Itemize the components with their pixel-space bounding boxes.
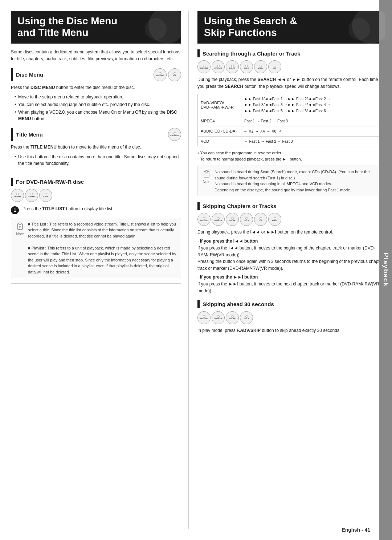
dvd-note-text: ■ Title List : Title refers to a recorde… bbox=[28, 221, 177, 275]
skip-header: Skipping Chapters or Tracks bbox=[197, 202, 385, 210]
icon-sk-cd: CD bbox=[254, 213, 267, 226]
left-title-box: Using the Disc Menu and Title Menu bbox=[11, 11, 181, 44]
note-label: Note bbox=[16, 232, 24, 236]
skip30-title: Skipping ahead 30 seconds bbox=[203, 301, 274, 307]
table-cell-label-3: AUDIO CD (CD-DA) bbox=[198, 126, 241, 136]
icon-s-dvd-video: DVD-VIDEO bbox=[197, 60, 211, 73]
header-bar bbox=[11, 68, 13, 81]
left-column: Using the Disc Menu and Title Menu Some … bbox=[11, 11, 189, 529]
disc-menu-bullets: Move to the setup menu related to playba… bbox=[11, 94, 181, 122]
table-row-dvd: DVD-VIDEO/DVD-RAM/-RW/-R ►► Fast 1/◄◄Fas… bbox=[198, 94, 385, 116]
note-icon bbox=[15, 221, 25, 231]
table-cell-label-1: DVD-VIDEO/DVD-RAM/-RW/-R bbox=[198, 94, 241, 116]
header-bar-5 bbox=[197, 202, 200, 210]
dvd-disc-icons: DVD-RAM DVD-RW DVD-R bbox=[11, 189, 181, 202]
disc-menu-body: Press the DISC MENU button to enter the … bbox=[11, 84, 181, 91]
table-cell-label-4: VCD bbox=[198, 136, 241, 146]
dvd-note-box: Note ■ Title List : Title refers to a re… bbox=[11, 218, 181, 279]
right-title: Using the Search & Skip Functions bbox=[204, 15, 378, 38]
skip-next-label: · If you press the ►►I button bbox=[197, 275, 385, 280]
search-header: Searching through a Chapter or Track bbox=[197, 49, 385, 57]
search-note-text: No sound is heard during Scan (Search) m… bbox=[215, 169, 381, 193]
header-bar-2 bbox=[11, 128, 13, 141]
footer: English - 41 bbox=[342, 527, 370, 533]
step-1-row: 1 Press the TITLE LIST button to display… bbox=[11, 206, 181, 214]
skip-section: Skipping Chapters or Tracks DVD-VIDEO DV… bbox=[197, 202, 385, 294]
search-icons: DVD-VIDEO DVD-RAM DVD-RW DVD-R MPEG4 VCD bbox=[197, 60, 385, 73]
icon-sk-dvd-video: DVD-VIDEO bbox=[197, 213, 211, 226]
search-body: During the playback, press the SEARCH ◄◄… bbox=[197, 76, 385, 90]
search-note-icon bbox=[201, 169, 212, 179]
icon-s-dvd-ram: DVD-RAM bbox=[212, 60, 225, 73]
icon-dvd-video: DVD-VIDEO bbox=[154, 68, 167, 81]
right-title-box: Using the Search & Skip Functions bbox=[197, 11, 385, 44]
table-cell-value-1: ►► Fast 1/◄◄Fast 1 →►► Fast 2/◄◄Fast 2 →… bbox=[241, 94, 385, 116]
table-row-vcd: VCD → Fast 1 → Fast 2 → Fast 3 bbox=[198, 136, 385, 146]
skip-title: Skipping Chapters or Tracks bbox=[203, 203, 276, 209]
icon-vcd: VCD bbox=[168, 68, 181, 81]
table-cell-label-2: MPEG4 bbox=[198, 116, 241, 126]
header-bar-6 bbox=[197, 300, 200, 308]
disc-menu-bullet-3: When playing a VCD2.0, you can choose Me… bbox=[15, 109, 181, 122]
icon-s-dvd-r: DVD-R bbox=[240, 60, 253, 73]
skip-prev-label: · If you press the I◄◄ button bbox=[197, 239, 385, 244]
icon-dvd-ram: DVD-RAM bbox=[11, 189, 24, 202]
icon-s-mpeg4: MPEG4 bbox=[254, 60, 267, 73]
step-1-text: Press the TITLE LIST button to display t… bbox=[23, 206, 114, 212]
icon-sk-dvd-rw: DVD-RW bbox=[226, 213, 239, 226]
left-intro: Some discs contain a dedicated menu syst… bbox=[11, 49, 181, 62]
title-menu-icons: DVD-VIDEO bbox=[168, 128, 181, 141]
skip30-header: Skipping ahead 30 seconds bbox=[197, 300, 385, 308]
header-bar-4 bbox=[197, 49, 200, 57]
disc-menu-header: Disc Menu DVD-VIDEO VCD bbox=[11, 68, 181, 81]
title-menu-bullet-1: Use this button if the disc contains mor… bbox=[15, 154, 181, 167]
skip-next-text: If you press the ►►I button, it moves to… bbox=[197, 281, 385, 294]
skip30-section: Skipping ahead 30 seconds DVD-VIDEO DVD-… bbox=[197, 300, 385, 334]
table-cell-value-3: → X2 → X4 → X8 ⏎ bbox=[241, 126, 385, 136]
disc-menu-bullet-2: You can select audio language and subtit… bbox=[15, 101, 181, 108]
icon-s-dvd-rw: DVD-RW bbox=[226, 60, 239, 73]
skip-prev-text: If you press the I◄◄ button, it moves to… bbox=[197, 245, 385, 272]
page: Using the Disc Menu and Title Menu Some … bbox=[0, 0, 392, 540]
divider-2 bbox=[11, 283, 181, 284]
search-table: DVD-VIDEO/DVD-RAM/-RW/-R ►► Fast 1/◄◄Fas… bbox=[197, 94, 385, 147]
disc-menu-icons: DVD-VIDEO VCD bbox=[154, 68, 181, 81]
skip30-icons: DVD-VIDEO DVD-RAM DVD-RW DVD-R bbox=[197, 311, 385, 324]
right-column: Using the Search & Skip Functions Search… bbox=[189, 11, 385, 529]
table-cell-value-4: → Fast 1 → Fast 2 → Fast 3 bbox=[241, 136, 385, 146]
disc-menu-bullet-1: Move to the setup menu related to playba… bbox=[15, 94, 181, 100]
title-menu-header: Title Menu DVD-VIDEO bbox=[11, 128, 181, 141]
title-menu-title: Title Menu bbox=[16, 131, 43, 138]
skip30-body: In play mode, press F.ADV/SKIP button to… bbox=[197, 327, 385, 334]
table-row-mpeg4: MPEG4 Fast 1 → Fast 2 → Fast 3 bbox=[198, 116, 385, 126]
icon-sk-mpeg4: MPEG4 bbox=[268, 213, 281, 226]
icon-s-vcd: VCD bbox=[268, 60, 281, 73]
disc-menu-title: Disc Menu bbox=[16, 72, 43, 78]
search-note1: You can scan the programme in reverse or… bbox=[197, 150, 385, 162]
svg-rect-3 bbox=[205, 171, 208, 172]
dvd-section-title: For DVD-RAM/-RW/-R disc bbox=[16, 179, 84, 185]
icon-dvd-rw: DVD-RW bbox=[25, 189, 38, 202]
skip-icons: DVD-VIDEO DVD-RAM DVD-RW DVD-R CD MPEG4 bbox=[197, 213, 385, 226]
search-note-box: Note No sound is heard during Scan (Sear… bbox=[197, 166, 385, 196]
icon-30-dvd-rw: DVD-RW bbox=[226, 311, 239, 324]
left-title: Using the Disc Menu and Title Menu bbox=[17, 15, 175, 38]
icon-dvd-r: DVD-R bbox=[39, 189, 52, 202]
header-bar-3 bbox=[11, 178, 13, 186]
footer-text: English - 41 bbox=[342, 527, 370, 533]
step-1-number: 1 bbox=[11, 206, 19, 214]
svg-rect-0 bbox=[19, 223, 21, 224]
icon-dvd-video-2: DVD-VIDEO bbox=[168, 128, 181, 141]
search-title: Searching through a Chapter or Track bbox=[203, 50, 300, 57]
dvd-section-header: For DVD-RAM/-RW/-R disc bbox=[11, 178, 181, 186]
main-content: Using the Disc Menu and Title Menu Some … bbox=[0, 0, 392, 540]
icon-sk-dvd-ram: DVD-RAM bbox=[212, 213, 225, 226]
sidebar-label: Playback bbox=[382, 253, 389, 287]
table-cell-value-2: Fast 1 → Fast 2 → Fast 3 bbox=[241, 116, 385, 126]
table-row-cd: AUDIO CD (CD-DA) → X2 → X4 → X8 ⏎ bbox=[198, 126, 385, 136]
icon-30-dvd-r: DVD-R bbox=[240, 311, 253, 324]
icon-30-dvd-ram: DVD-RAM bbox=[212, 311, 225, 324]
icon-sk-dvd-r: DVD-R bbox=[240, 213, 253, 226]
playback-tab: Playback bbox=[379, 0, 392, 540]
search-note-label: Note bbox=[203, 180, 210, 184]
